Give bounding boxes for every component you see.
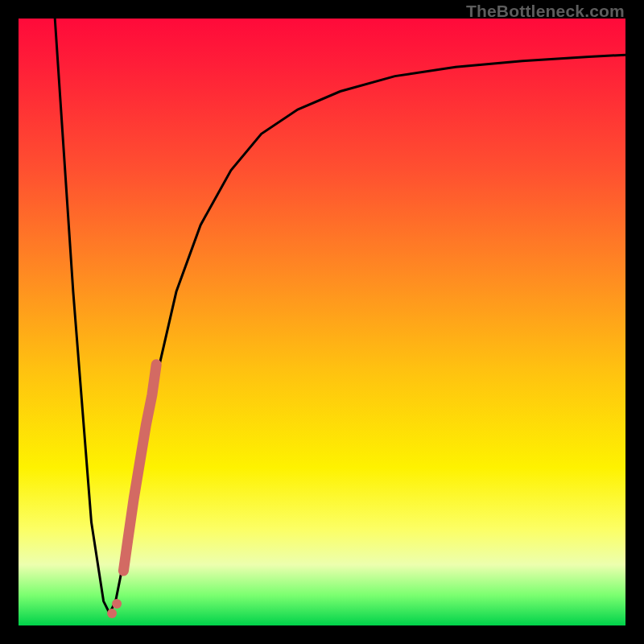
watermark-text: TheBottleneck.com: [466, 2, 625, 21]
highlight-dots: [107, 599, 122, 618]
highlight-segment: [123, 365, 156, 571]
highlight-dot: [107, 609, 117, 618]
curve-line: [55, 19, 625, 613]
chart-svg: [19, 19, 625, 625]
plot-area: [19, 19, 625, 625]
highlight-dot: [112, 599, 122, 609]
chart-frame: TheBottleneck.com: [0, 0, 644, 644]
